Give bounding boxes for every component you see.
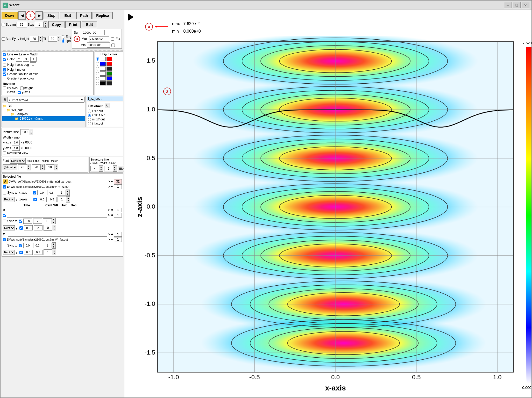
y-axis-checkbox[interactable] — [18, 91, 21, 94]
rect-a-y-val1[interactable] — [38, 197, 47, 202]
hcolor-radio-2[interactable] — [96, 62, 99, 66]
height-meter-checkbox[interactable] — [3, 68, 6, 71]
rect-b-y-val1[interactable] — [24, 225, 33, 230]
color-box-white-5[interactable] — [100, 76, 106, 81]
rect-b-y-down[interactable]: ▼ — [52, 228, 56, 231]
step-down[interactable]: ▼ — [44, 25, 47, 27]
sync-a-x-val1[interactable] — [37, 190, 46, 195]
eng-radio[interactable] — [62, 35, 65, 39]
hcolor-radio-1[interactable] — [96, 57, 99, 61]
color-box-white-4[interactable] — [100, 71, 106, 76]
jpn-radio[interactable] — [62, 39, 65, 43]
folder-item-cnt[interactable]: 📁 230601-cnt&mnt — [2, 116, 85, 121]
struct-level-up[interactable]: ▲ — [99, 166, 103, 169]
struct-width-down[interactable]: ▼ — [113, 169, 117, 171]
hcolor-radio-6[interactable] — [96, 82, 99, 85]
maximize-button[interactable]: □ — [513, 2, 521, 8]
c-file-star[interactable]: ✱ — [111, 238, 113, 241]
stream-checkbox[interactable] — [2, 23, 5, 26]
font-size-down[interactable]: ▼ — [27, 167, 31, 170]
stream-checkbox-label[interactable]: Stream — [2, 23, 16, 26]
rect-b-y-val2[interactable] — [34, 225, 42, 230]
folder-item-d[interactable]: 📁 D¥ — [2, 104, 85, 108]
sync-b-x-spin-input[interactable] — [43, 218, 52, 224]
b-sub-star[interactable]: ✱ — [111, 213, 113, 217]
numb-size-input[interactable] — [46, 164, 54, 170]
file-radio-2-label[interactable]: i_xz_t.out — [88, 113, 122, 117]
sync-c-x-val1[interactable] — [23, 243, 32, 248]
line-checkbox[interactable] — [3, 53, 6, 56]
x-axis-checkbox[interactable] — [3, 91, 6, 94]
refresh-button[interactable]: ↻ — [105, 103, 110, 108]
sync-b-x-up[interactable]: ▲ — [52, 218, 55, 221]
draw-button[interactable]: Draw — [2, 12, 18, 19]
rect-c-y-spin-input[interactable] — [44, 249, 52, 255]
xy-axis-label[interactable]: x/y-axis — [3, 86, 18, 90]
numb-down[interactable]: ▼ — [54, 167, 58, 170]
fix-checkbox[interactable] — [111, 37, 114, 41]
c-file-checkbox[interactable] — [3, 238, 6, 241]
y-axis-label[interactable]: y-axis — [18, 90, 30, 94]
sync-b-x-down[interactable]: ▼ — [52, 221, 55, 224]
plot-canvas[interactable] — [135, 36, 522, 395]
struct-color-select[interactable]: Black — [118, 166, 124, 171]
height-axis-log-val[interactable] — [30, 62, 36, 67]
eng-radio-label[interactable]: Eng — [62, 35, 71, 39]
xy-axis-checkbox[interactable] — [3, 86, 6, 90]
color-val1[interactable] — [16, 57, 22, 62]
color-box-blue-5[interactable] — [107, 76, 112, 81]
file-b-star[interactable]: ✱ — [111, 185, 113, 189]
struct-level-input[interactable] — [90, 166, 99, 171]
tilt-up[interactable]: ▲ — [57, 36, 61, 39]
sync-c-checkbox[interactable] — [3, 244, 6, 247]
sync-a-x-val2[interactable] — [47, 190, 56, 195]
sync-a-x-down[interactable]: ▼ — [66, 193, 69, 196]
pic-size-down[interactable]: ▼ — [29, 132, 33, 135]
rect-c-y-check[interactable] — [19, 251, 23, 254]
numb-up[interactable]: ▲ — [54, 164, 58, 167]
sync-b-x-check[interactable] — [19, 220, 22, 223]
color-box-dark-6[interactable] — [107, 81, 112, 85]
max-value-input[interactable] — [89, 36, 109, 41]
c-arrow[interactable]: > — [108, 233, 110, 236]
sync-b-x-val2[interactable] — [33, 219, 42, 224]
struct-width-up[interactable]: ▲ — [113, 166, 117, 169]
color-box-red-1[interactable] — [107, 57, 112, 61]
color-val3[interactable] — [30, 57, 37, 62]
sync-c-x-up[interactable]: ▲ — [52, 243, 55, 245]
bird-height-input[interactable] — [30, 36, 39, 42]
copy-button[interactable]: Copy — [48, 21, 65, 28]
b-sub-input[interactable] — [7, 213, 107, 218]
color-box-green-4[interactable] — [107, 71, 112, 76]
restricted-view-checkbox[interactable] — [3, 151, 6, 155]
pic-size-up[interactable]: ▲ — [29, 129, 33, 132]
rect-b-y-up[interactable]: ▲ — [52, 225, 56, 228]
stop-button[interactable]: Stop — [44, 12, 59, 19]
color-box-blue-2[interactable] — [100, 62, 106, 66]
restricted-view-label[interactable]: Restricted view — [3, 151, 122, 155]
b-arrow[interactable]: > — [108, 208, 110, 212]
rect-c-y-down[interactable]: ▼ — [52, 252, 56, 255]
close-button[interactable]: ✕ — [522, 2, 529, 8]
font-name-select[interactable]: @Arial — [3, 164, 17, 170]
rect-a-y-val2[interactable] — [48, 197, 56, 202]
folder-item-ws[interactable]: 📁 Ws_soft — [2, 108, 85, 112]
x-axis-label[interactable]: x-axis — [3, 90, 15, 94]
bird-height-up[interactable]: ▲ — [39, 36, 42, 39]
file-radio-4[interactable] — [88, 122, 91, 125]
sync-c-x-val2[interactable] — [33, 243, 42, 248]
font-size-input[interactable] — [18, 164, 27, 170]
rect-b-y-spin-input[interactable] — [44, 225, 52, 231]
color-box-red-2[interactable] — [107, 62, 112, 66]
print-button[interactable]: Print — [65, 21, 81, 28]
file-a-arrow[interactable]: > — [108, 180, 110, 183]
font-size-up[interactable]: ▲ — [27, 164, 31, 167]
sync-b-checkbox[interactable] — [3, 220, 6, 223]
rect-c-y-val1[interactable] — [24, 250, 33, 255]
tilt-down[interactable]: ▼ — [57, 39, 61, 42]
rect-b-y-check[interactable] — [19, 226, 23, 230]
min-value-input[interactable] — [87, 42, 110, 48]
xaxis-amp-input[interactable] — [12, 140, 20, 145]
struct-level-down[interactable]: ▼ — [99, 169, 103, 171]
b-sub-arrow[interactable]: > — [108, 213, 110, 217]
